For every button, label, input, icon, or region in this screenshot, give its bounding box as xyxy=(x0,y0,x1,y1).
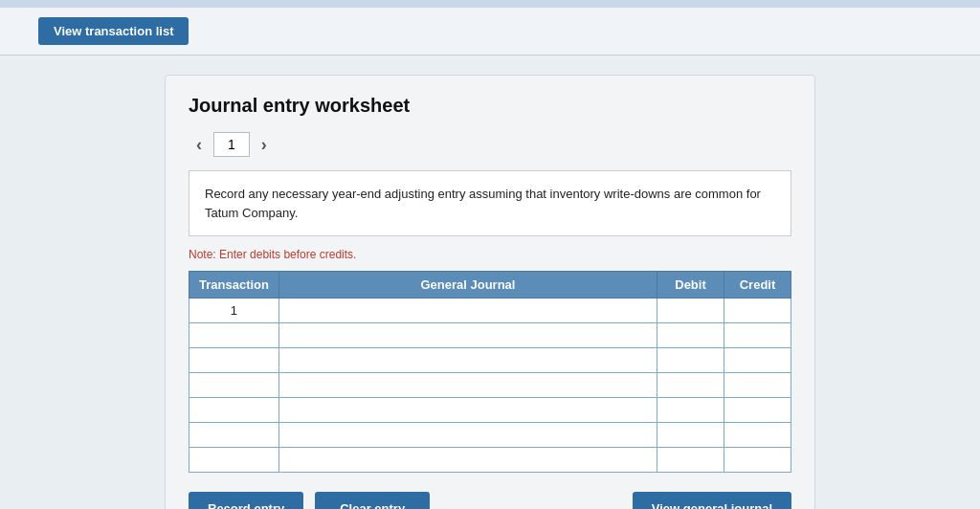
credit-input[interactable] xyxy=(728,323,787,347)
journal-input[interactable] xyxy=(283,423,653,447)
journal-cell[interactable] xyxy=(278,323,657,348)
prev-tab-button[interactable]: ‹ xyxy=(189,133,210,157)
transaction-cell xyxy=(189,348,279,373)
tab-navigation: ‹ 1 › xyxy=(189,132,791,157)
journal-table: Transaction General Journal Debit Credit… xyxy=(189,271,791,473)
col-header-debit: Debit xyxy=(657,272,724,299)
credit-input[interactable] xyxy=(728,398,787,422)
debit-input[interactable] xyxy=(661,398,720,422)
view-transaction-button[interactable]: View transaction list xyxy=(38,17,189,45)
debit-cell[interactable] xyxy=(657,348,724,373)
main-content: Journal entry worksheet ‹ 1 › Record any… xyxy=(0,55,980,509)
debit-cell[interactable] xyxy=(657,373,724,398)
journal-input[interactable] xyxy=(283,299,653,322)
transaction-cell xyxy=(189,323,279,348)
debit-input[interactable] xyxy=(661,448,720,472)
journal-input[interactable] xyxy=(283,448,653,472)
clear-entry-button[interactable]: Clear entry xyxy=(315,492,430,509)
credit-input[interactable] xyxy=(728,373,787,397)
journal-input[interactable] xyxy=(283,373,653,397)
debit-cell[interactable] xyxy=(657,448,724,473)
next-tab-button[interactable]: › xyxy=(254,133,275,157)
credit-input[interactable] xyxy=(728,448,787,472)
journal-input[interactable] xyxy=(283,398,653,422)
record-entry-button[interactable]: Record entry xyxy=(189,492,303,509)
credit-input[interactable] xyxy=(728,348,787,372)
credit-cell[interactable] xyxy=(724,448,791,473)
journal-cell[interactable] xyxy=(278,373,657,398)
debit-input[interactable] xyxy=(661,373,720,397)
debit-cell[interactable] xyxy=(657,323,724,348)
transaction-cell xyxy=(189,398,279,423)
table-row xyxy=(189,448,791,473)
journal-cell[interactable] xyxy=(278,398,657,423)
worksheet-card: Journal entry worksheet ‹ 1 › Record any… xyxy=(165,75,815,509)
worksheet-title: Journal entry worksheet xyxy=(189,95,791,117)
journal-input[interactable] xyxy=(283,348,653,372)
table-row xyxy=(189,373,791,398)
note-text: Note: Enter debits before credits. xyxy=(189,248,791,261)
table-row xyxy=(189,398,791,423)
credit-cell[interactable] xyxy=(724,323,791,348)
journal-input[interactable] xyxy=(283,323,653,347)
transaction-cell xyxy=(189,448,279,473)
col-header-general-journal: General Journal xyxy=(278,272,657,299)
debit-input[interactable] xyxy=(661,299,720,322)
journal-cell[interactable] xyxy=(278,348,657,373)
credit-cell[interactable] xyxy=(724,373,791,398)
credit-cell[interactable] xyxy=(724,299,791,323)
transaction-cell: 1 xyxy=(189,299,279,323)
instruction-box: Record any necessary year-end adjusting … xyxy=(189,170,791,236)
credit-cell[interactable] xyxy=(724,348,791,373)
header-area: View transaction list xyxy=(0,8,980,55)
debit-input[interactable] xyxy=(661,348,720,372)
debit-cell[interactable] xyxy=(657,299,724,323)
journal-cell[interactable] xyxy=(278,423,657,448)
credit-input[interactable] xyxy=(728,299,787,322)
col-header-transaction: Transaction xyxy=(189,272,279,299)
credit-cell[interactable] xyxy=(724,398,791,423)
action-buttons: Record entry Clear entry View general jo… xyxy=(189,492,791,509)
debit-cell[interactable] xyxy=(657,423,724,448)
debit-input[interactable] xyxy=(661,323,720,347)
top-bar xyxy=(0,0,980,8)
table-row xyxy=(189,323,791,348)
transaction-cell xyxy=(189,373,279,398)
journal-cell[interactable] xyxy=(278,299,657,323)
journal-cell[interactable] xyxy=(278,448,657,473)
table-row xyxy=(189,348,791,373)
current-tab: 1 xyxy=(213,132,250,157)
credit-cell[interactable] xyxy=(724,423,791,448)
table-row: 1 xyxy=(189,299,791,323)
credit-input[interactable] xyxy=(728,423,787,447)
view-general-journal-button[interactable]: View general journal xyxy=(633,492,791,509)
debit-input[interactable] xyxy=(661,423,720,447)
table-row xyxy=(189,423,791,448)
col-header-credit: Credit xyxy=(724,272,791,299)
transaction-cell xyxy=(189,423,279,448)
debit-cell[interactable] xyxy=(657,398,724,423)
